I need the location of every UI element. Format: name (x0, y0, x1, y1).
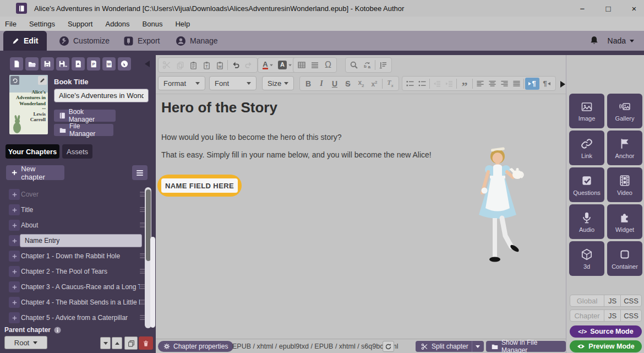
parent-chapter-dropdown[interactable]: Root (4, 336, 47, 349)
horizontal-rule-button[interactable] (308, 58, 321, 72)
toolbar-expand-icon[interactable] (560, 81, 565, 88)
chapter-row-2[interactable]: Chapter 2 - The Pool of Tears (0, 264, 144, 279)
save-as-button[interactable] (56, 57, 69, 70)
add-subchapter-button[interactable] (9, 220, 20, 231)
ordered-list-button[interactable] (404, 77, 416, 90)
undo-button[interactable] (229, 58, 242, 72)
maximize-button[interactable]: □ (599, 0, 618, 17)
insert-widget-button[interactable]: Widget (607, 204, 642, 239)
save-button[interactable] (41, 57, 54, 70)
menu-help[interactable]: Help (174, 20, 197, 28)
tab-your-chapters[interactable]: Your Chapters (6, 144, 59, 159)
align-right-button[interactable] (498, 77, 510, 90)
global-js-button[interactable]: JS (604, 295, 620, 306)
italic-button[interactable]: I (315, 77, 328, 90)
chapter-row-name-entry[interactable] (0, 233, 144, 248)
ltr-paragraph-button[interactable]: ¶ (525, 78, 539, 90)
add-subchapter-button[interactable] (9, 281, 20, 292)
add-subchapter-button[interactable] (9, 204, 20, 215)
unordered-list-button[interactable] (416, 77, 428, 90)
find-replace-button[interactable]: ba (361, 58, 374, 72)
preview-mode-button[interactable]: Preview Mode (570, 340, 642, 352)
bold-button[interactable]: B (302, 77, 315, 90)
subscript-button[interactable]: x2 (354, 77, 368, 90)
menu-support[interactable]: Support (67, 20, 100, 28)
chapter-row-cover[interactable]: Cover (0, 187, 144, 202)
chapter-properties-button[interactable]: Chapter properties (158, 341, 233, 352)
drag-handle[interactable] (140, 192, 145, 197)
chapter-row-about[interactable]: About (0, 218, 144, 233)
menu-file[interactable]: File (4, 20, 23, 28)
new-chapter-button[interactable]: New chapter (6, 165, 64, 180)
info-icon[interactable] (54, 327, 61, 334)
clear-formatting-button[interactable]: Tx (384, 77, 397, 90)
chapter-list-menu-button[interactable] (132, 165, 148, 180)
drag-handle[interactable] (140, 284, 145, 289)
collapse-sidebar-icon[interactable] (145, 61, 150, 67)
underline-button[interactable]: U (328, 77, 341, 90)
global-css-button[interactable]: CSS (620, 295, 641, 306)
tab-edit[interactable]: Edit (3, 31, 47, 51)
book-manager-button[interactable]: Book Manager (54, 110, 116, 122)
align-center-button[interactable] (486, 77, 498, 90)
insert-container-button[interactable]: Container (607, 241, 642, 276)
split-chapter-button[interactable]: Split chapter (416, 341, 484, 352)
insert-link-button[interactable]: Link (569, 131, 604, 165)
chapter-row-title[interactable]: Title (0, 202, 144, 218)
background-color-button[interactable]: A (276, 58, 294, 72)
drag-handle[interactable] (140, 300, 145, 305)
tab-assets[interactable]: Assets (62, 144, 92, 159)
copy-button[interactable] (173, 58, 187, 72)
minimize-button[interactable]: − (573, 0, 592, 17)
indent-button[interactable] (443, 77, 455, 90)
move-down-button[interactable] (100, 337, 111, 349)
align-left-button[interactable] (474, 77, 486, 90)
drag-handle[interactable] (140, 253, 145, 258)
refresh-button[interactable] (383, 341, 394, 352)
publish-button[interactable] (118, 57, 131, 70)
move-up-button[interactable] (112, 337, 122, 349)
insert-gallery-button[interactable]: Gallery (607, 94, 642, 128)
find-button[interactable] (347, 58, 361, 72)
tab-manage[interactable]: Manage (167, 31, 227, 51)
split-chapter-dropdown[interactable] (472, 341, 484, 352)
font-dropdown[interactable]: Font (209, 76, 256, 90)
justify-button[interactable] (510, 77, 522, 90)
format-dropdown[interactable]: Format (158, 76, 205, 90)
drag-handle[interactable] (140, 269, 145, 274)
chapter-name-input[interactable] (20, 234, 142, 247)
strikethrough-button[interactable]: S (341, 77, 354, 90)
drag-handle[interactable] (140, 222, 145, 227)
superscript-button[interactable]: x2 (368, 77, 381, 90)
chapter-row-4[interactable]: Chapter 4 - The Rabbit Sends in a Little… (0, 295, 144, 310)
paste-from-word-button[interactable]: W (213, 58, 226, 72)
menu-addons[interactable]: Addons (105, 20, 136, 28)
insert-3d-button[interactable]: 3d (569, 241, 604, 276)
add-subchapter-button[interactable] (9, 297, 20, 308)
sidebar-scrollbar-thumb[interactable] (150, 237, 155, 328)
rtl-paragraph-button[interactable]: ¶ (539, 78, 554, 90)
book-title-input[interactable] (54, 89, 149, 102)
new-file-button[interactable] (10, 57, 23, 70)
chapter-row-5[interactable]: Chapter 5 - Advice from a Caterpillar (0, 310, 144, 325)
tab-customize[interactable]: Customize (51, 31, 118, 51)
delete-chapter-button[interactable] (139, 336, 153, 350)
chapter-css-button[interactable]: CSS (620, 310, 641, 321)
chapter-js-button[interactable]: JS (604, 310, 620, 321)
menu-settings[interactable]: Settings (29, 20, 62, 28)
notifications-bell-icon[interactable] (590, 36, 599, 45)
insert-table-button[interactable] (295, 58, 308, 72)
insert-questions-button[interactable]: Questions (569, 167, 604, 202)
add-subchapter-button[interactable] (9, 189, 20, 200)
chapter-row-1[interactable]: Chapter 1 - Down the Rabbit Hole (0, 248, 144, 264)
redo-button[interactable] (242, 58, 255, 72)
insert-video-button[interactable]: Video (607, 167, 642, 202)
add-subchapter-button[interactable] (9, 312, 20, 323)
tab-export[interactable]: Export (115, 31, 168, 51)
export-pdf-button[interactable] (72, 57, 85, 70)
user-menu[interactable]: Nada (608, 31, 634, 51)
add-subchapter-button[interactable] (9, 251, 20, 262)
export-ppt-button[interactable]: P (87, 57, 100, 70)
open-file-button[interactable] (25, 57, 39, 70)
file-manager-button[interactable]: File Manager (54, 124, 113, 136)
